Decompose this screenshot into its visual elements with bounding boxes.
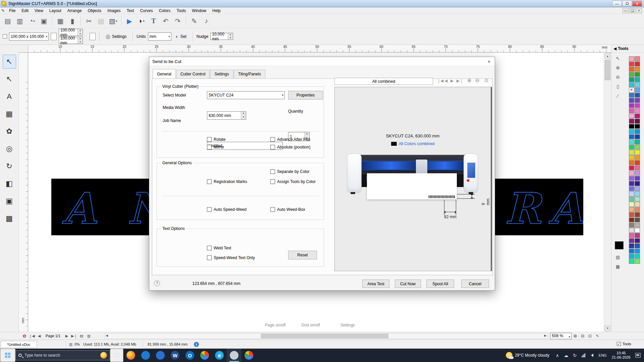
pen-button[interactable]: ✎ xyxy=(189,15,200,27)
advance-after-plot-checkbox[interactable]: Advance After Plot xyxy=(270,137,310,142)
cut-button[interactable]: ✂ xyxy=(83,15,95,27)
page-view-tool[interactable]: ▯ xyxy=(613,82,623,90)
menu-item[interactable]: Arrange xyxy=(64,8,85,14)
menu-item[interactable]: Help xyxy=(209,8,224,14)
color-swatch[interactable] xyxy=(635,238,640,243)
color-swatch[interactable] xyxy=(635,145,640,150)
prev-color-icon[interactable]: ◀ xyxy=(444,78,447,83)
undo-button[interactable]: ↶ xyxy=(160,15,171,27)
preview-zoom-in-icon[interactable]: ⊕ xyxy=(467,77,472,83)
color-swatch[interactable] xyxy=(629,139,634,144)
color-swatch[interactable] xyxy=(629,186,634,191)
color-swatch[interactable] xyxy=(635,212,640,217)
color-swatch[interactable] xyxy=(635,77,640,82)
auto-weed-box-checkbox[interactable]: Auto Weed-Box xyxy=(270,207,305,212)
nudge-field[interactable]: 10.000 mm ▴▾ xyxy=(210,33,233,40)
document-tab[interactable]: *Untitled.vDoc xyxy=(1,341,37,348)
absolute-position-checkbox[interactable]: Absolute (position) xyxy=(270,145,310,149)
maximize-button[interactable] xyxy=(622,1,632,6)
registration-marks-checkbox[interactable]: Registration Marks xyxy=(207,179,247,184)
save-button[interactable]: ▣ xyxy=(38,15,50,27)
tab-general[interactable]: General xyxy=(153,69,176,78)
color-swatch[interactable] xyxy=(629,228,634,233)
color-swatch[interactable] xyxy=(629,98,634,103)
new-button[interactable]: ▤ xyxy=(2,15,13,27)
color-swatch[interactable] xyxy=(629,82,634,87)
grid-onoff-toggle[interactable]: Grid on/off xyxy=(301,323,320,327)
zoom-tool[interactable]: ◎ xyxy=(3,142,16,156)
print-page-icon[interactable]: ▥ xyxy=(85,333,93,339)
zoom-area-tool[interactable]: ⊕ xyxy=(613,64,623,72)
taskbar-search-input[interactable]: Type here to search xyxy=(15,350,110,360)
fill-swatch-icon[interactable]: ▤ xyxy=(613,253,623,261)
horizontal-scroll-thumb[interactable] xyxy=(261,334,388,338)
color-swatch[interactable] xyxy=(635,62,640,67)
first-color-icon[interactable]: ❘◀ xyxy=(437,78,443,83)
separate-by-color-checkbox[interactable]: Separate by Color xyxy=(270,169,310,174)
print-button[interactable]: ▦ xyxy=(55,15,66,27)
pattern-tool[interactable]: ▩ xyxy=(3,212,16,226)
rotate-tool[interactable]: ↻ xyxy=(3,159,16,173)
clock[interactable]: 10:45 21-06-2025 xyxy=(609,351,633,360)
rotate-checkbox[interactable]: Rotate xyxy=(207,137,225,142)
weather-widget[interactable]: 29°C Mostly cloudy xyxy=(502,349,553,362)
canvas-vertical-scrollbar[interactable]: ▲ ▼ xyxy=(604,53,611,332)
last-page-button[interactable]: ▶❘ xyxy=(70,333,78,339)
color-swatch[interactable] xyxy=(635,56,640,61)
menu-item[interactable]: Window xyxy=(189,8,209,14)
assign-tools-by-color-checkbox[interactable]: Assign Tools by Color xyxy=(270,179,316,184)
color-swatch[interactable] xyxy=(629,103,634,108)
speed-weed-text-only-checkbox[interactable]: Speed-Weed Text Only xyxy=(207,255,255,260)
color-swatch[interactable] xyxy=(635,176,640,181)
color-palette-icon[interactable]: ✿ xyxy=(21,333,28,339)
extrude-tool[interactable]: ◧ xyxy=(3,177,16,191)
help-icon[interactable]: ? xyxy=(154,280,160,286)
color-swatch[interactable] xyxy=(635,114,640,119)
settings-button[interactable]: ◎ Settings xyxy=(103,31,129,42)
menu-item[interactable]: File xyxy=(6,8,18,14)
color-swatch[interactable] xyxy=(629,171,634,176)
page-lock-checkbox[interactable] xyxy=(3,34,7,39)
units-combo[interactable]: mm▾ xyxy=(148,33,171,41)
color-swatch[interactable] xyxy=(629,72,634,77)
color-swatch[interactable] xyxy=(629,145,634,150)
zoom-out-tool[interactable]: ⊖ xyxy=(613,73,623,81)
cancel-button[interactable]: Cancel xyxy=(461,280,489,288)
color-swatch[interactable] xyxy=(635,93,640,98)
tab-tiling-panels[interactable]: Tiling/Panels xyxy=(234,70,265,79)
task-view-button[interactable] xyxy=(110,349,123,362)
color-swatch[interactable] xyxy=(635,218,640,223)
scroll-down-icon[interactable]: ▼ xyxy=(605,325,610,331)
color-swatch[interactable] xyxy=(629,218,634,223)
color-swatch[interactable] xyxy=(629,155,634,160)
cut-preview-area[interactable]: SKYCUT C24, 630.000 mm All Colors combin… xyxy=(334,87,492,271)
color-swatch[interactable] xyxy=(629,197,634,202)
flow-button[interactable]: ▶ xyxy=(124,15,135,27)
color-swatch[interactable] xyxy=(629,87,634,93)
color-swatch[interactable] xyxy=(635,249,640,254)
color-swatch[interactable] xyxy=(629,67,634,72)
color-swatch[interactable] xyxy=(629,119,634,124)
sync-icon[interactable]: ↻ xyxy=(571,349,579,362)
pan-tool[interactable]: ↖ xyxy=(613,54,623,62)
collapse-icon[interactable]: ◀ xyxy=(613,46,616,51)
clipart-tool[interactable]: ✿ xyxy=(3,124,16,138)
vertical-ruler[interactable]: 25303540455055 mm xyxy=(19,53,28,332)
color-swatch[interactable] xyxy=(635,243,640,248)
ruler-unit-label[interactable]: mm xyxy=(601,46,608,49)
menu-item[interactable]: View xyxy=(32,8,46,14)
scroll-up-icon[interactable]: ▲ xyxy=(605,53,610,59)
mirror-checkbox[interactable]: Mirror xyxy=(207,145,224,149)
language-indicator[interactable]: ENG xyxy=(597,349,608,362)
color-swatch[interactable] xyxy=(635,119,640,124)
dialog-close-button[interactable]: × xyxy=(485,58,493,65)
nudge-spinner[interactable]: ▴▾ xyxy=(228,33,233,40)
color-swatch[interactable] xyxy=(635,202,640,207)
mdi-restore-button[interactable]: ❑ xyxy=(629,8,635,13)
color-swatch[interactable] xyxy=(635,87,640,93)
page-height-spinner[interactable]: ▴▾ xyxy=(77,37,83,44)
chrome-app[interactable] xyxy=(197,349,212,362)
edit-mode-icon[interactable]: ✎ xyxy=(594,333,601,339)
color-swatch[interactable] xyxy=(629,259,634,264)
zoom-level-combo[interactable]: 508 %▾ xyxy=(550,333,572,339)
